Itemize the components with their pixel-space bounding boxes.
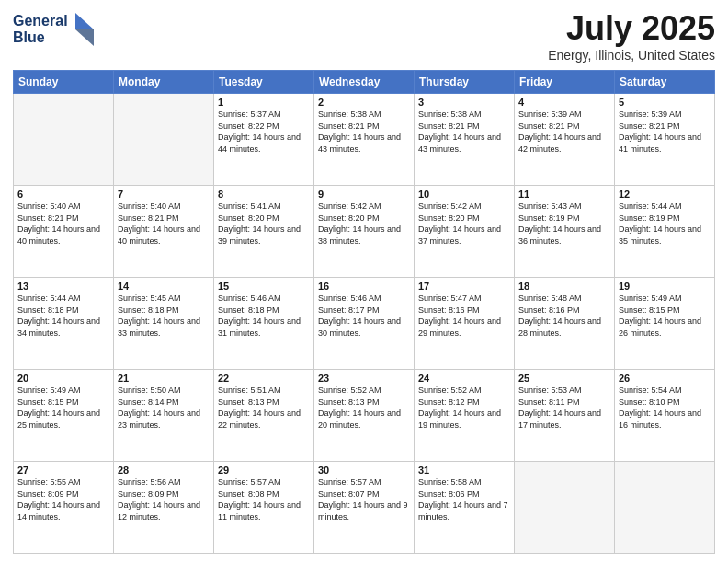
day-number: 20	[17, 373, 109, 384]
day-number: 18	[518, 281, 610, 292]
cell-info: Sunrise: 5:37 AM Sunset: 8:22 PM Dayligh…	[218, 109, 310, 155]
day-number: 12	[619, 189, 711, 200]
col-thursday: Thursday	[415, 71, 515, 94]
calendar-table: Sunday Monday Tuesday Wednesday Thursday…	[13, 70, 715, 554]
week-row-2: 6Sunrise: 5:40 AM Sunset: 8:21 PM Daylig…	[14, 186, 715, 278]
day-number: 14	[118, 281, 210, 292]
subtitle: Energy, Illinois, United States	[548, 48, 715, 63]
cell-w1-d3: 2Sunrise: 5:38 AM Sunset: 8:21 PM Daylig…	[314, 94, 415, 186]
week-row-1: 1Sunrise: 5:37 AM Sunset: 8:22 PM Daylig…	[14, 94, 715, 186]
cell-w2-d6: 12Sunrise: 5:44 AM Sunset: 8:19 PM Dayli…	[615, 186, 715, 278]
day-number: 15	[218, 281, 310, 292]
cell-w5-d2: 29Sunrise: 5:57 AM Sunset: 8:08 PM Dayli…	[214, 462, 314, 554]
cell-w3-d0: 13Sunrise: 5:44 AM Sunset: 8:18 PM Dayli…	[14, 278, 114, 370]
cell-info: Sunrise: 5:40 AM Sunset: 8:21 PM Dayligh…	[17, 201, 109, 247]
cell-info: Sunrise: 5:55 AM Sunset: 8:09 PM Dayligh…	[17, 477, 109, 523]
cell-info: Sunrise: 5:41 AM Sunset: 8:20 PM Dayligh…	[218, 201, 310, 247]
week-row-4: 20Sunrise: 5:49 AM Sunset: 8:15 PM Dayli…	[14, 370, 715, 462]
day-number: 1	[218, 97, 310, 108]
col-wednesday: Wednesday	[314, 71, 415, 94]
cell-w1-d6: 5Sunrise: 5:39 AM Sunset: 8:21 PM Daylig…	[615, 94, 715, 186]
cell-info: Sunrise: 5:45 AM Sunset: 8:18 PM Dayligh…	[118, 293, 210, 339]
logo-svg: General Blue	[13, 9, 96, 50]
cell-w5-d4: 31Sunrise: 5:58 AM Sunset: 8:06 PM Dayli…	[415, 462, 515, 554]
cell-info: Sunrise: 5:40 AM Sunset: 8:21 PM Dayligh…	[118, 201, 210, 247]
cell-info: Sunrise: 5:48 AM Sunset: 8:16 PM Dayligh…	[518, 293, 610, 339]
cell-w3-d2: 15Sunrise: 5:46 AM Sunset: 8:18 PM Dayli…	[214, 278, 314, 370]
day-number: 7	[118, 189, 210, 200]
cell-w3-d5: 18Sunrise: 5:48 AM Sunset: 8:16 PM Dayli…	[515, 278, 615, 370]
day-number: 9	[318, 189, 410, 200]
cell-w4-d4: 24Sunrise: 5:52 AM Sunset: 8:12 PM Dayli…	[415, 370, 515, 462]
week-row-3: 13Sunrise: 5:44 AM Sunset: 8:18 PM Dayli…	[14, 278, 715, 370]
day-number: 25	[518, 373, 610, 384]
day-number: 10	[418, 189, 510, 200]
cell-info: Sunrise: 5:39 AM Sunset: 8:21 PM Dayligh…	[619, 109, 711, 155]
cell-w4-d2: 22Sunrise: 5:51 AM Sunset: 8:13 PM Dayli…	[214, 370, 314, 462]
day-number: 11	[518, 189, 610, 200]
col-monday: Monday	[114, 71, 214, 94]
cell-info: Sunrise: 5:57 AM Sunset: 8:07 PM Dayligh…	[318, 477, 410, 523]
day-number: 17	[418, 281, 510, 292]
cell-info: Sunrise: 5:42 AM Sunset: 8:20 PM Dayligh…	[418, 201, 510, 247]
cell-w2-d3: 9Sunrise: 5:42 AM Sunset: 8:20 PM Daylig…	[314, 186, 415, 278]
col-saturday: Saturday	[615, 71, 715, 94]
cell-w5-d5	[515, 462, 615, 554]
main-container: General Blue July 2025 Energy, Illinois,…	[0, 0, 728, 563]
day-number: 5	[619, 97, 711, 108]
day-number: 22	[218, 373, 310, 384]
cell-w1-d0	[14, 94, 114, 186]
cell-info: Sunrise: 5:44 AM Sunset: 8:19 PM Dayligh…	[619, 201, 711, 247]
day-number: 19	[619, 281, 711, 292]
day-number: 4	[518, 97, 610, 108]
cell-info: Sunrise: 5:39 AM Sunset: 8:21 PM Dayligh…	[518, 109, 610, 155]
cell-info: Sunrise: 5:50 AM Sunset: 8:14 PM Dayligh…	[118, 385, 210, 431]
day-number: 24	[418, 373, 510, 384]
cell-info: Sunrise: 5:46 AM Sunset: 8:17 PM Dayligh…	[318, 293, 410, 339]
day-number: 6	[17, 189, 109, 200]
cell-info: Sunrise: 5:46 AM Sunset: 8:18 PM Dayligh…	[218, 293, 310, 339]
day-number: 16	[318, 281, 410, 292]
cell-info: Sunrise: 5:49 AM Sunset: 8:15 PM Dayligh…	[17, 385, 109, 431]
svg-marker-3	[75, 29, 94, 46]
cell-w4-d6: 26Sunrise: 5:54 AM Sunset: 8:10 PM Dayli…	[615, 370, 715, 462]
cell-w5-d0: 27Sunrise: 5:55 AM Sunset: 8:09 PM Dayli…	[14, 462, 114, 554]
cell-info: Sunrise: 5:51 AM Sunset: 8:13 PM Dayligh…	[218, 385, 310, 431]
cell-w4-d1: 21Sunrise: 5:50 AM Sunset: 8:14 PM Dayli…	[114, 370, 214, 462]
logo: General Blue	[13, 9, 96, 53]
day-number: 27	[17, 465, 109, 476]
cell-w3-d4: 17Sunrise: 5:47 AM Sunset: 8:16 PM Dayli…	[415, 278, 515, 370]
cell-info: Sunrise: 5:49 AM Sunset: 8:15 PM Dayligh…	[619, 293, 711, 339]
title-block: July 2025 Energy, Illinois, United State…	[548, 9, 715, 63]
cell-info: Sunrise: 5:43 AM Sunset: 8:19 PM Dayligh…	[518, 201, 610, 247]
day-number: 2	[318, 97, 410, 108]
day-number: 29	[218, 465, 310, 476]
calendar-header-row: Sunday Monday Tuesday Wednesday Thursday…	[14, 71, 715, 94]
svg-marker-2	[75, 13, 94, 29]
cell-w5-d3: 30Sunrise: 5:57 AM Sunset: 8:07 PM Dayli…	[314, 462, 415, 554]
svg-text:General: General	[13, 13, 68, 29]
cell-w5-d6	[615, 462, 715, 554]
month-title: July 2025	[548, 9, 715, 48]
col-tuesday: Tuesday	[214, 71, 314, 94]
day-number: 26	[619, 373, 711, 384]
cell-w3-d6: 19Sunrise: 5:49 AM Sunset: 8:15 PM Dayli…	[615, 278, 715, 370]
cell-w4-d5: 25Sunrise: 5:53 AM Sunset: 8:11 PM Dayli…	[515, 370, 615, 462]
cell-w2-d4: 10Sunrise: 5:42 AM Sunset: 8:20 PM Dayli…	[415, 186, 515, 278]
cell-info: Sunrise: 5:44 AM Sunset: 8:18 PM Dayligh…	[17, 293, 109, 339]
cell-info: Sunrise: 5:47 AM Sunset: 8:16 PM Dayligh…	[418, 293, 510, 339]
cell-info: Sunrise: 5:56 AM Sunset: 8:09 PM Dayligh…	[118, 477, 210, 523]
day-number: 3	[418, 97, 510, 108]
day-number: 23	[318, 373, 410, 384]
header: General Blue July 2025 Energy, Illinois,…	[13, 9, 715, 63]
day-number: 30	[318, 465, 410, 476]
day-number: 8	[218, 189, 310, 200]
col-sunday: Sunday	[14, 71, 114, 94]
cell-info: Sunrise: 5:38 AM Sunset: 8:21 PM Dayligh…	[418, 109, 510, 155]
cell-w2-d2: 8Sunrise: 5:41 AM Sunset: 8:20 PM Daylig…	[214, 186, 314, 278]
svg-text:Blue: Blue	[13, 29, 45, 45]
cell-w1-d4: 3Sunrise: 5:38 AM Sunset: 8:21 PM Daylig…	[415, 94, 515, 186]
cell-info: Sunrise: 5:42 AM Sunset: 8:20 PM Dayligh…	[318, 201, 410, 247]
cell-w1-d2: 1Sunrise: 5:37 AM Sunset: 8:22 PM Daylig…	[214, 94, 314, 186]
cell-w2-d1: 7Sunrise: 5:40 AM Sunset: 8:21 PM Daylig…	[114, 186, 214, 278]
